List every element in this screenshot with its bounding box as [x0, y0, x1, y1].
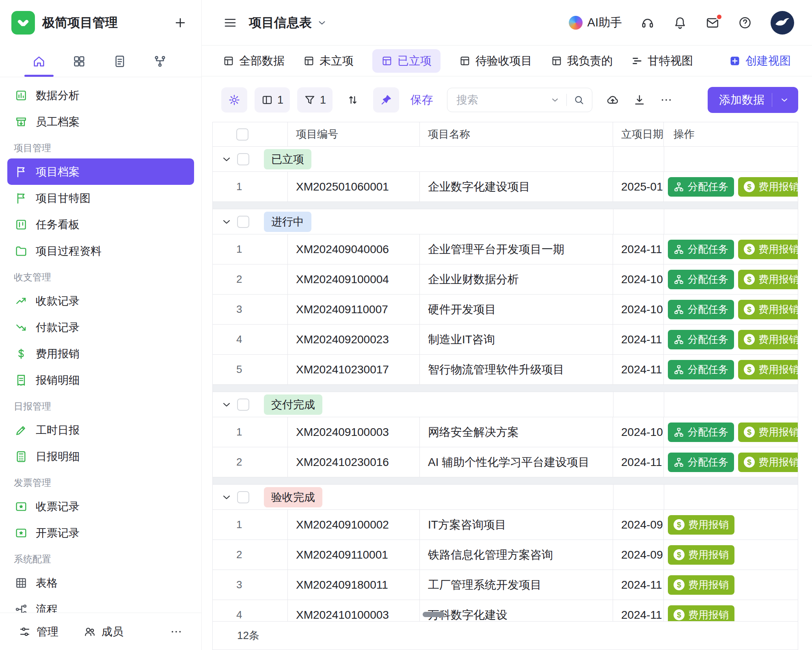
- table-row[interactable]: 1XM202409100003网络安全解决方案2024-10分配任务$费用报销: [213, 417, 798, 447]
- filter-button[interactable]: 1: [297, 87, 333, 113]
- table-row[interactable]: 1XM202501060001企业数字化建设项目2025-01分配任务$费用报销: [213, 172, 798, 202]
- expense-claim-button[interactable]: $费用报销: [738, 422, 798, 442]
- members-button[interactable]: 成员: [84, 624, 123, 639]
- search-input[interactable]: [456, 94, 547, 106]
- column-header-date[interactable]: 立项日期: [613, 122, 664, 146]
- project-name-cell: IT方案咨询项目: [420, 510, 613, 540]
- assign-task-button[interactable]: 分配任务: [668, 422, 734, 442]
- sidebar-item[interactable]: 开票记录: [7, 520, 194, 546]
- field-config-button[interactable]: 1: [255, 87, 290, 113]
- expense-claim-button[interactable]: $费用报销: [738, 270, 798, 289]
- add-data-button[interactable]: 添加数据: [708, 87, 798, 113]
- column-header-name[interactable]: 项目名称: [420, 122, 613, 146]
- search-field-chevron-icon[interactable]: [550, 95, 560, 105]
- nav-apps-tab[interactable]: [61, 46, 97, 77]
- table-row[interactable]: 3XM202409180011工厂管理系统开发项目2024-11$费用报销: [213, 570, 798, 600]
- page-title[interactable]: 项目信息表: [249, 14, 327, 31]
- sidebar-item[interactable]: 流程: [7, 596, 194, 613]
- settings-button[interactable]: [221, 87, 247, 113]
- add-app-button[interactable]: [171, 14, 189, 32]
- sidebar-item[interactable]: 表格: [7, 570, 194, 596]
- sort-button[interactable]: [340, 87, 366, 113]
- horizontal-scrollbar[interactable]: [423, 612, 445, 617]
- view-tab[interactable]: 已立项: [372, 49, 441, 73]
- assign-task-button[interactable]: 分配任务: [668, 177, 734, 197]
- table-row[interactable]: 1XM202409040006企业管理平台开发项目一期2024-11分配任务$费…: [213, 234, 798, 264]
- help-button[interactable]: [738, 16, 752, 30]
- assign-task-button[interactable]: 分配任务: [668, 240, 734, 259]
- assign-task-button[interactable]: 分配任务: [668, 270, 734, 289]
- nav-workflow-tab[interactable]: [142, 46, 178, 77]
- assign-task-button[interactable]: 分配任务: [668, 360, 734, 379]
- collapse-group-button[interactable]: [221, 399, 232, 410]
- notifications-button[interactable]: [673, 16, 687, 30]
- expense-claim-button[interactable]: $费用报销: [738, 330, 798, 349]
- expense-claim-button[interactable]: $费用报销: [738, 240, 798, 259]
- group-checkbox[interactable]: [237, 153, 249, 165]
- sidebar-item[interactable]: 工时日报: [7, 417, 194, 443]
- more-actions-button[interactable]: [660, 93, 673, 106]
- column-header-operations[interactable]: 操作: [664, 122, 798, 146]
- nav-home-tab[interactable]: [21, 46, 57, 77]
- sidebar-item[interactable]: 数据分析: [7, 82, 194, 108]
- expense-claim-button[interactable]: $费用报销: [668, 605, 734, 622]
- expense-claim-button[interactable]: $费用报销: [738, 177, 798, 197]
- sidebar-item[interactable]: 任务看板: [7, 211, 194, 238]
- user-avatar[interactable]: [771, 11, 794, 35]
- table-row[interactable]: 1XM202409100002IT方案咨询项目2024-09$费用报销: [213, 510, 798, 540]
- table-row[interactable]: 2XM202409100004企业业财数据分析2024-10分配任务$费用报销: [213, 264, 798, 295]
- sidebar-item[interactable]: 付款记录: [7, 314, 194, 340]
- collapse-group-button[interactable]: [221, 492, 232, 503]
- nav-docs-tab[interactable]: [102, 46, 138, 77]
- sidebar-item[interactable]: 报销明细: [7, 367, 194, 393]
- expense-claim-button[interactable]: $费用报销: [668, 575, 734, 595]
- expense-claim-button[interactable]: $费用报销: [738, 453, 798, 472]
- sidebar-item[interactable]: 费用报销: [7, 340, 194, 367]
- import-button[interactable]: [606, 93, 619, 106]
- table-row[interactable]: 4XM202409200023制造业IT咨询2024-11分配任务$费用报销: [213, 325, 798, 355]
- view-tab[interactable]: 全部数据: [223, 53, 285, 69]
- column-header-code[interactable]: 项目编号: [288, 122, 420, 146]
- view-tab[interactable]: 未立项: [303, 53, 354, 69]
- save-view-button[interactable]: 保存: [410, 92, 433, 108]
- sidebar-item[interactable]: 项目甘特图: [7, 185, 194, 211]
- ai-assistant-button[interactable]: AI助手: [569, 15, 622, 31]
- sidebar-item[interactable]: 项目过程资料: [7, 238, 194, 264]
- view-tab[interactable]: 甘特视图: [631, 53, 693, 69]
- group-checkbox[interactable]: [237, 399, 249, 411]
- export-button[interactable]: [633, 93, 646, 106]
- pin-button[interactable]: [373, 87, 399, 113]
- assign-task-button[interactable]: 分配任务: [668, 300, 734, 319]
- table-row[interactable]: 4XM202410100003万科数字化建设2024-11$费用报销: [213, 600, 798, 621]
- view-tab[interactable]: 我负责的: [551, 53, 613, 69]
- sidebar-item[interactable]: 项目档案: [7, 158, 194, 185]
- project-name-cell: 铁路信息化管理方案咨询: [420, 540, 613, 570]
- sidebar-item[interactable]: 员工档案: [7, 108, 194, 135]
- inbox-button[interactable]: [706, 16, 719, 30]
- select-all-checkbox[interactable]: [236, 128, 248, 141]
- table-row[interactable]: 3XM202409110007硬件开发项目2024-10分配任务$费用报销: [213, 295, 798, 325]
- collapse-sidebar-button[interactable]: [223, 15, 238, 30]
- expense-claim-button[interactable]: $费用报销: [738, 360, 798, 379]
- create-view-button[interactable]: 创建视图: [729, 53, 791, 69]
- sidebar-item[interactable]: 日报明细: [7, 443, 194, 470]
- expense-claim-button[interactable]: $费用报销: [668, 515, 734, 535]
- sidebar-more-button[interactable]: [170, 625, 183, 638]
- sidebar-item[interactable]: 收票记录: [7, 493, 194, 520]
- view-tab[interactable]: 待验收项目: [459, 53, 532, 69]
- manage-button[interactable]: 管理: [19, 624, 58, 639]
- support-button[interactable]: [641, 16, 654, 30]
- table-row[interactable]: 2XM202409110001铁路信息化管理方案咨询2024-09$费用报销: [213, 540, 798, 570]
- assign-task-button[interactable]: 分配任务: [668, 330, 734, 349]
- table-row[interactable]: 2XM202410230016AI 辅助个性化学习平台建设项目2024-11分配…: [213, 447, 798, 477]
- table-row[interactable]: 5XM202410230017智行物流管理软件升级项目2024-11分配任务$费…: [213, 355, 798, 385]
- search-icon[interactable]: [573, 94, 585, 106]
- sidebar-item[interactable]: 收款记录: [7, 288, 194, 314]
- group-checkbox[interactable]: [237, 491, 249, 503]
- assign-task-button[interactable]: 分配任务: [668, 453, 734, 472]
- expense-claim-button[interactable]: $费用报销: [668, 545, 734, 565]
- group-checkbox[interactable]: [237, 216, 249, 228]
- collapse-group-button[interactable]: [221, 154, 232, 165]
- collapse-group-button[interactable]: [221, 216, 232, 228]
- expense-claim-button[interactable]: $费用报销: [738, 300, 798, 319]
